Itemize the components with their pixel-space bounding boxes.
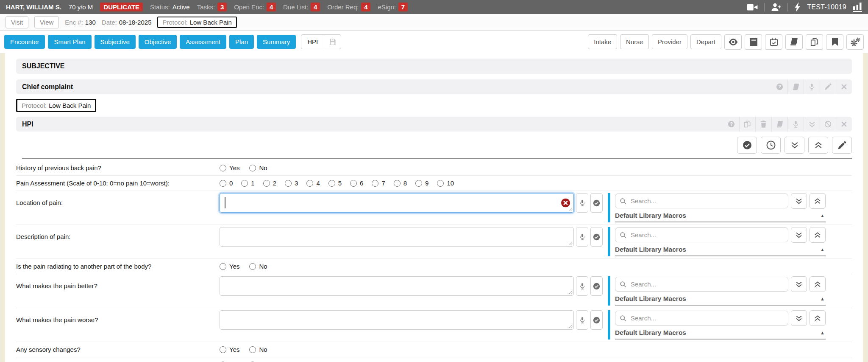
radio-circle[interactable] [372, 180, 378, 187]
answer-textarea[interactable] [220, 310, 574, 330]
radio-yes[interactable]: Yes [220, 164, 239, 171]
clock-button[interactable] [761, 137, 781, 154]
check-circle-button[interactable] [737, 137, 757, 154]
radio-circle[interactable] [415, 180, 422, 187]
tab-assessment[interactable]: Assessment [180, 35, 226, 49]
book-icon[interactable] [771, 117, 787, 132]
radio-circle[interactable] [263, 180, 270, 187]
tab-summary[interactable]: Summary [257, 35, 296, 49]
duplicate-flag[interactable]: DUPLICATE [100, 3, 143, 11]
esign-counter[interactable]: eSign: 7 [378, 3, 408, 11]
patient-name[interactable]: HART, WILLIAM S. [6, 3, 61, 11]
archive-icon[interactable] [745, 34, 762, 50]
settings-gears-icon[interactable] [846, 34, 864, 50]
help-icon[interactable]: ? [771, 79, 787, 94]
nurse-button[interactable]: Nurse [620, 34, 649, 49]
resize-handle-icon[interactable] [568, 207, 573, 211]
double-chevron-up-button[interactable] [808, 137, 828, 154]
double-chevron-down-button[interactable] [785, 137, 804, 154]
radio-yes[interactable]: Yes [220, 263, 239, 270]
depart-button[interactable]: Depart [690, 34, 721, 49]
double-chevron-down-icon[interactable] [804, 117, 820, 132]
confirm-button[interactable] [590, 227, 603, 247]
tab-smart-plan[interactable]: Smart Plan [48, 35, 91, 49]
tab-subjective[interactable]: Subjective [95, 35, 136, 49]
resize-handle-icon[interactable] [568, 241, 573, 245]
trash-icon[interactable] [755, 117, 771, 132]
copy-icon[interactable] [806, 34, 823, 50]
close-icon[interactable] [836, 117, 852, 132]
provider-button[interactable]: Provider [652, 34, 687, 49]
calendar-check-icon[interactable] [765, 34, 782, 50]
macro-search-input[interactable] [630, 231, 784, 239]
microphone-icon[interactable] [787, 117, 804, 132]
microphone-icon[interactable] [804, 79, 820, 94]
order-req-counter[interactable]: Order Req: 4 [327, 3, 370, 11]
order-req-badge[interactable]: 4 [361, 3, 370, 11]
radio-circle[interactable] [249, 263, 256, 270]
pencil-button[interactable] [832, 137, 852, 154]
close-icon[interactable] [836, 79, 852, 94]
video-camera-icon[interactable] [747, 3, 758, 11]
save-icon[interactable] [324, 35, 341, 49]
radio-circle[interactable] [220, 263, 226, 270]
resize-handle-icon[interactable] [568, 290, 573, 295]
confirm-button[interactable] [590, 276, 603, 296]
answer-textarea[interactable] [220, 276, 574, 296]
macro-group-header[interactable]: Default Library Macros ▲ [615, 246, 826, 256]
radio-scale-7[interactable]: 7 [372, 180, 385, 187]
radio-yes[interactable]: Yes [220, 346, 239, 353]
answer-textarea[interactable] [220, 227, 574, 247]
expand-all-button[interactable] [791, 310, 807, 326]
radio-circle[interactable] [285, 180, 292, 187]
radio-circle[interactable] [220, 180, 226, 187]
collapse-all-button[interactable] [810, 276, 826, 292]
radio-circle[interactable] [220, 165, 226, 171]
help-icon[interactable]: ? [723, 117, 739, 132]
dictate-button[interactable] [576, 310, 588, 330]
view-button[interactable]: View [34, 16, 59, 28]
radio-no[interactable]: No [249, 164, 267, 171]
user-add-icon[interactable] [771, 3, 781, 12]
book-icon[interactable] [785, 34, 803, 50]
expand-all-button[interactable] [791, 227, 807, 243]
ban-icon[interactable] [820, 117, 836, 132]
copy-icon[interactable] [739, 117, 755, 132]
bar-chart-icon[interactable] [853, 3, 862, 12]
tab-encounter[interactable]: Encounter [4, 35, 45, 49]
radio-no[interactable]: No [249, 346, 267, 353]
tab-objective[interactable]: Objective [139, 35, 177, 49]
intake-button[interactable]: Intake [588, 34, 617, 49]
esign-badge[interactable]: 7 [398, 3, 408, 11]
radio-circle[interactable] [249, 346, 256, 353]
due-list-counter[interactable]: Due List: 4 [283, 3, 320, 11]
collapse-all-button[interactable] [810, 193, 826, 209]
macro-group-header[interactable]: Default Library Macros ▲ [615, 295, 826, 306]
dictate-button[interactable] [576, 227, 588, 247]
visit-button[interactable]: Visit [6, 16, 28, 28]
radio-circle[interactable] [350, 180, 357, 187]
macro-search-input[interactable] [630, 280, 784, 288]
radio-circle[interactable] [249, 165, 256, 171]
tasks-badge[interactable]: 3 [217, 3, 227, 11]
radio-scale-9[interactable]: 9 [415, 180, 428, 187]
radio-scale-6[interactable]: 6 [350, 180, 363, 187]
radio-scale-0[interactable]: 0 [220, 180, 233, 187]
radio-scale-5[interactable]: 5 [328, 180, 342, 187]
confirm-button[interactable] [590, 193, 603, 213]
radio-scale-8[interactable]: 8 [394, 180, 407, 187]
collapse-all-button[interactable] [810, 310, 826, 326]
protocol-badge[interactable]: Protocol: Low Back Pain [157, 17, 236, 28]
macro-group-header[interactable]: Default Library Macros ▲ [615, 329, 826, 340]
radio-circle[interactable] [241, 180, 248, 187]
lightning-icon[interactable] [794, 3, 801, 12]
macro-search-input[interactable] [630, 197, 784, 205]
bookmark-icon[interactable] [826, 34, 843, 50]
open-enc-counter[interactable]: Open Enc: 4 [234, 3, 276, 11]
dictate-button[interactable] [576, 276, 588, 296]
radio-scale-3[interactable]: 3 [285, 180, 298, 187]
book-icon[interactable] [787, 79, 804, 94]
radio-circle[interactable] [328, 180, 335, 187]
radio-scale-1[interactable]: 1 [241, 180, 254, 187]
radio-scale-2[interactable]: 2 [263, 180, 276, 187]
